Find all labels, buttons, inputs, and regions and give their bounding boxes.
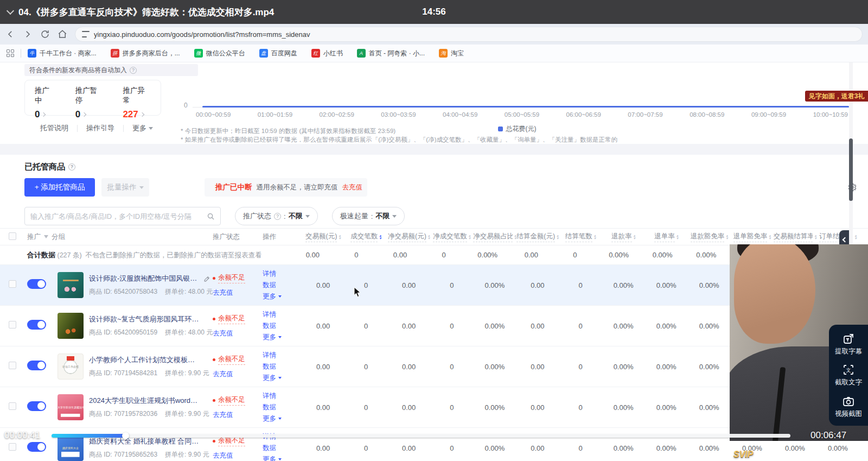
search-icon[interactable] bbox=[207, 212, 215, 220]
sort-carets-icon[interactable] bbox=[854, 234, 857, 239]
detail-link[interactable]: 详情 bbox=[263, 351, 302, 360]
bookmark-item[interactable]: A 首页 - 阿奇索 · 小... bbox=[357, 49, 425, 58]
back-icon[interactable] bbox=[5, 29, 15, 39]
stat-value[interactable]: 227 bbox=[123, 109, 151, 120]
sort-carets-icon[interactable] bbox=[428, 234, 430, 239]
row-checkbox[interactable] bbox=[9, 443, 16, 451]
more-link[interactable]: 更多 bbox=[263, 374, 302, 383]
add-managed-goods-button[interactable]: + 添加托管商品 bbox=[24, 178, 95, 197]
more-link[interactable]: 更多 bbox=[263, 333, 302, 342]
sort-carets-icon[interactable] bbox=[594, 234, 596, 239]
extract-subtitles-button[interactable]: 提取字幕 bbox=[835, 332, 862, 356]
row-checkbox[interactable] bbox=[9, 402, 16, 410]
data-link[interactable]: 数据 bbox=[263, 362, 302, 371]
sort-carets-icon[interactable] bbox=[634, 234, 636, 239]
column-header[interactable]: 交易额结算率 bbox=[774, 232, 816, 242]
recharge-link[interactable]: 去充值 bbox=[213, 411, 233, 420]
rapid-boost-filter[interactable]: 极速起量: 不限 bbox=[332, 207, 405, 225]
detail-link[interactable]: 详情 bbox=[263, 269, 302, 279]
column-header[interactable]: 退单豁免率 bbox=[731, 232, 774, 242]
promotion-toggle[interactable] bbox=[27, 361, 46, 370]
sort-carets-icon[interactable] bbox=[557, 234, 559, 239]
column-header[interactable]: 订单结算率 bbox=[816, 232, 859, 242]
product-title-link[interactable]: 设计师款~复古气质扇形国风耳环女民族风耳饰... bbox=[89, 314, 201, 324]
operation-guide-link[interactable]: 操作引导 bbox=[86, 123, 114, 133]
help-icon[interactable] bbox=[68, 163, 75, 170]
recharge-link[interactable]: 去充值 bbox=[213, 288, 233, 298]
home-icon[interactable] bbox=[58, 29, 67, 39]
collapse-chevron-icon[interactable] bbox=[7, 7, 14, 15]
recharge-link[interactable]: 去充值 bbox=[213, 370, 233, 379]
detail-link[interactable]: 详情 bbox=[263, 310, 302, 319]
column-header[interactable]: 净交易额占比 bbox=[473, 232, 516, 242]
column-header-promotion[interactable]: 推广 分组 bbox=[27, 232, 213, 242]
edit-pencil-icon[interactable] bbox=[203, 275, 210, 282]
recharge-link[interactable]: 去充值 bbox=[213, 451, 233, 460]
promotion-toggle[interactable] bbox=[27, 442, 46, 452]
data-link[interactable]: 数据 bbox=[263, 403, 302, 412]
promotion-toggle[interactable] bbox=[27, 279, 46, 289]
row-checkbox[interactable] bbox=[9, 321, 16, 329]
site-settings-icon[interactable] bbox=[82, 31, 90, 37]
column-header[interactable]: 交易额(元) bbox=[302, 232, 344, 242]
column-header[interactable]: 成交笔数 bbox=[344, 232, 387, 242]
scrollbar-thumb[interactable] bbox=[849, 138, 853, 201]
bookmark-item[interactable]: 牛 千牛工作台 · 商家... bbox=[28, 49, 97, 58]
progress-track[interactable] bbox=[52, 434, 790, 438]
promotion-status-filter[interactable]: 推广状态: 不限 bbox=[235, 207, 318, 225]
select-all-checkbox[interactable] bbox=[9, 232, 16, 240]
column-header[interactable]: 退款率 bbox=[602, 232, 645, 242]
more-link[interactable]: 更多 bbox=[132, 123, 153, 133]
column-header[interactable]: 退单率 bbox=[645, 232, 688, 242]
reload-icon[interactable] bbox=[40, 29, 50, 39]
bookmark-item[interactable]: 盘 百度网盘 bbox=[259, 49, 297, 58]
search-input[interactable] bbox=[30, 212, 207, 220]
capture-text-button[interactable]: 文 截取文字 bbox=[835, 363, 862, 387]
progress-handle[interactable] bbox=[122, 432, 129, 439]
column-header[interactable]: 退款豁免率 bbox=[688, 232, 731, 242]
sort-carets-icon[interactable] bbox=[469, 234, 471, 239]
recharge-link[interactable]: 去充值 bbox=[342, 183, 363, 192]
hosting-guide-link[interactable]: 托管说明 bbox=[40, 123, 68, 133]
row-checkbox[interactable] bbox=[9, 362, 16, 369]
stat-value[interactable]: 0 bbox=[75, 109, 104, 120]
forward-icon[interactable] bbox=[23, 29, 33, 39]
data-link[interactable]: 数据 bbox=[263, 321, 302, 331]
url-bar[interactable]: yingxiao.pinduoduo.com/goods/promotion/l… bbox=[75, 27, 863, 42]
apps-grid-icon[interactable] bbox=[7, 49, 14, 57]
metric-value: 0.00% bbox=[645, 444, 688, 452]
product-title-link[interactable]: 设计师款-汉服旗袍配饰中国风银针壹字耳坠镶... bbox=[89, 274, 201, 283]
product-title-link[interactable]: 小学教师个人工作计划范文模板英语语文数学... bbox=[89, 355, 201, 365]
sort-carets-icon[interactable] bbox=[379, 234, 381, 239]
promo-banner[interactable]: 见字如面，送君3礼 bbox=[805, 91, 868, 102]
sort-carets-icon[interactable] bbox=[339, 234, 341, 239]
more-link[interactable]: 更多 bbox=[263, 455, 302, 461]
sort-carets-icon[interactable] bbox=[769, 234, 771, 239]
column-header[interactable]: 结算金额(元) bbox=[516, 232, 559, 242]
column-header[interactable]: 净交易额(元) bbox=[387, 232, 430, 242]
product-title-link[interactable]: 2024大学生职业生涯规划书word模板范文工作... bbox=[89, 396, 201, 406]
promotion-toggle[interactable] bbox=[27, 320, 46, 330]
product-title-link[interactable]: 婚庆资料大全 婚礼接单教程 合同表格 婚礼策划... bbox=[89, 437, 201, 446]
bookmark-item[interactable]: 拼 拼多多商家后台，... bbox=[111, 49, 180, 58]
help-icon[interactable] bbox=[130, 67, 137, 74]
more-link[interactable]: 更多 bbox=[263, 292, 302, 301]
detail-link[interactable]: 详情 bbox=[263, 391, 302, 401]
recharge-link[interactable]: 去充值 bbox=[213, 329, 233, 338]
video-screenshot-button[interactable]: 视频截图 bbox=[835, 395, 862, 419]
filter-funnel-icon[interactable] bbox=[44, 235, 48, 238]
bookmark-item[interactable]: 淘 淘宝 bbox=[439, 49, 464, 58]
column-header[interactable]: 净成交笔数 bbox=[430, 232, 473, 242]
more-link[interactable]: 更多 bbox=[263, 414, 302, 424]
sort-carets-icon[interactable] bbox=[676, 234, 679, 239]
stat-value[interactable]: 0 bbox=[35, 109, 56, 120]
bookmark-item[interactable]: 微 微信公众平台 bbox=[194, 49, 245, 58]
data-link[interactable]: 数据 bbox=[263, 444, 302, 453]
column-header[interactable]: 结算笔数 bbox=[559, 232, 602, 242]
bookmark-item[interactable]: 红 小红书 bbox=[311, 49, 343, 58]
promotion-toggle[interactable] bbox=[27, 401, 46, 411]
batch-operation-button[interactable]: 批量操作 bbox=[101, 178, 149, 197]
row-checkbox[interactable] bbox=[9, 280, 16, 288]
data-link[interactable]: 数据 bbox=[263, 281, 302, 290]
sort-carets-icon[interactable] bbox=[726, 234, 728, 239]
